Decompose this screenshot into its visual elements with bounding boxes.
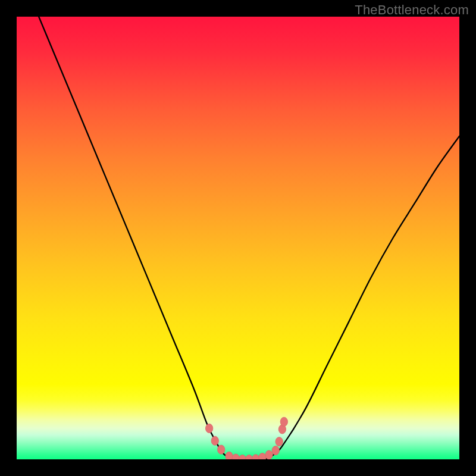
curve-marker [226,452,233,459]
curve-marker [239,455,246,459]
curve-marker [280,417,287,426]
chart-frame: TheBottleneck.com [0,0,476,476]
curve-marker [232,454,239,459]
bottleneck-curve-svg [17,17,459,459]
curve-marker [205,424,212,433]
plot-area [17,17,459,459]
curve-marker [275,437,283,446]
bottleneck-curve-path [39,17,459,459]
watermark-text: TheBottleneck.com [355,2,469,18]
curve-marker [245,455,252,459]
curve-marker [211,436,218,445]
curve-marker [252,455,259,459]
curve-markers [205,417,287,459]
curve-marker [272,446,279,455]
curve-marker [218,445,225,454]
curve-marker [259,453,266,459]
curve-marker [265,450,273,459]
